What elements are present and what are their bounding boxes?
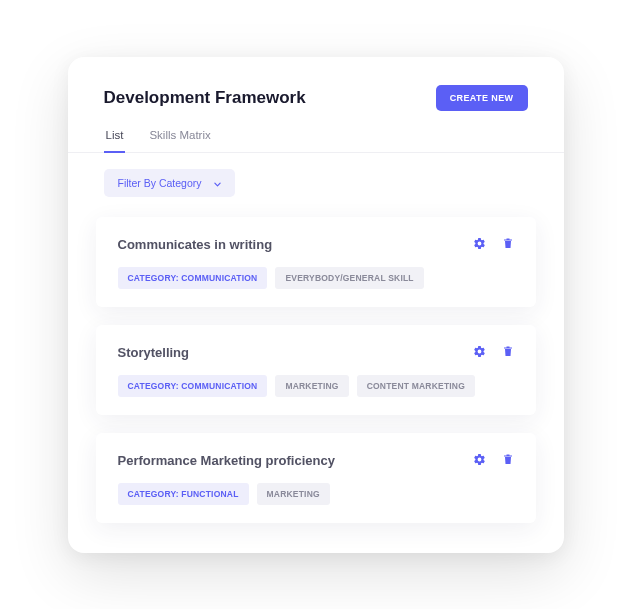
- skill-title: Performance Marketing proficiency: [118, 453, 335, 468]
- delete-button[interactable]: [502, 345, 514, 361]
- tab-skills-matrix[interactable]: Skills Matrix: [147, 129, 212, 153]
- skill-actions: [473, 453, 514, 469]
- skill-card: Storytelling CATEGORY: COMMUNICATI: [96, 325, 536, 415]
- page-title: Development Framework: [104, 88, 306, 108]
- filter-category-dropdown[interactable]: Filter By Category: [104, 169, 235, 197]
- category-tag: CATEGORY: COMMUNICATION: [118, 375, 268, 397]
- tabs: List Skills Matrix: [68, 129, 564, 153]
- chevron-down-icon: [214, 177, 221, 189]
- category-tag: CATEGORY: COMMUNICATION: [118, 267, 268, 289]
- create-new-button[interactable]: CREATE NEW: [436, 85, 528, 111]
- skill-card-header: Communicates in writing: [118, 237, 514, 253]
- skill-card: Performance Marketing proficiency: [96, 433, 536, 523]
- tab-list[interactable]: List: [104, 129, 126, 153]
- skill-tag: MARKETING: [275, 375, 348, 397]
- delete-button[interactable]: [502, 237, 514, 253]
- settings-button[interactable]: [473, 453, 486, 469]
- skill-title: Communicates in writing: [118, 237, 273, 252]
- filter-row: Filter By Category: [68, 153, 564, 217]
- skill-tag: CONTENT MARKETING: [357, 375, 475, 397]
- skill-actions: [473, 237, 514, 253]
- header: Development Framework CREATE NEW: [68, 85, 564, 129]
- gear-icon: [473, 453, 486, 469]
- skill-card-header: Storytelling: [118, 345, 514, 361]
- skill-card-header: Performance Marketing proficiency: [118, 453, 514, 469]
- category-tag: CATEGORY: FUNCTIONAL: [118, 483, 249, 505]
- settings-button[interactable]: [473, 345, 486, 361]
- skill-tag: MARKETING: [257, 483, 330, 505]
- gear-icon: [473, 345, 486, 361]
- skill-card: Communicates in writing CATEGORY:: [96, 217, 536, 307]
- trash-icon: [502, 237, 514, 253]
- skills-list: Communicates in writing CATEGORY:: [68, 217, 564, 523]
- skill-tags: CATEGORY: COMMUNICATION EVERYBODY/GENERA…: [118, 267, 514, 289]
- skill-title: Storytelling: [118, 345, 190, 360]
- skill-tags: CATEGORY: COMMUNICATION MARKETING CONTEN…: [118, 375, 514, 397]
- skill-actions: [473, 345, 514, 361]
- skill-tag: EVERYBODY/GENERAL SKILL: [275, 267, 423, 289]
- filter-label: Filter By Category: [118, 177, 202, 189]
- trash-icon: [502, 345, 514, 361]
- gear-icon: [473, 237, 486, 253]
- skill-tags: CATEGORY: FUNCTIONAL MARKETING: [118, 483, 514, 505]
- framework-card: Development Framework CREATE NEW List Sk…: [68, 57, 564, 553]
- settings-button[interactable]: [473, 237, 486, 253]
- trash-icon: [502, 453, 514, 469]
- delete-button[interactable]: [502, 453, 514, 469]
